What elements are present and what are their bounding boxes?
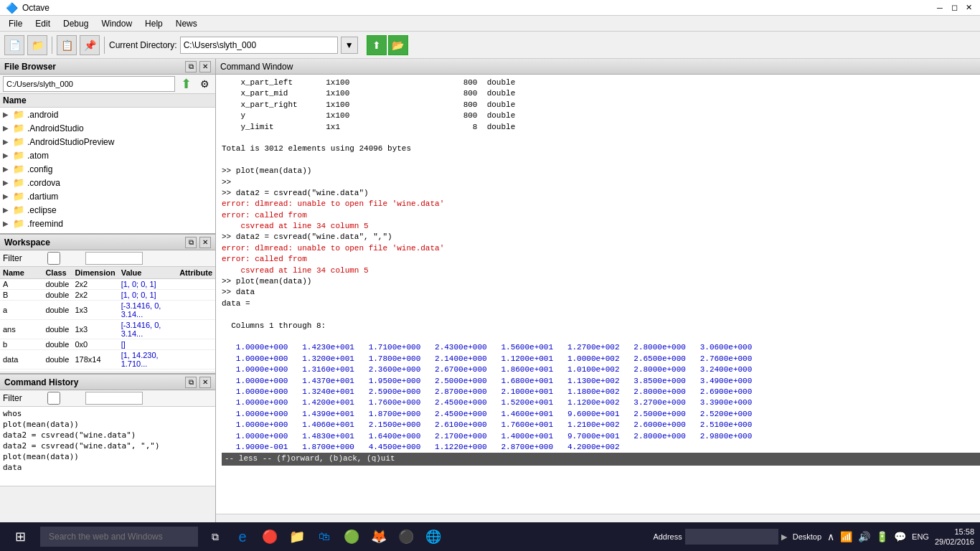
menu-window[interactable]: Window	[95, 17, 138, 30]
menu-debug[interactable]: Debug	[57, 17, 94, 30]
ws-filter-label: Filter	[3, 253, 22, 263]
fb-item-eclipse[interactable]: ▶ 📁 .eclipse	[0, 203, 215, 217]
close-button[interactable]: ✕	[963, 2, 974, 14]
app-icon-green[interactable]: 🟢	[340, 525, 363, 548]
ws-row-s[interactable]: sdouble1x5	[0, 369, 215, 372]
ch-undock-button[interactable]: ⧉	[185, 377, 197, 388]
folder-icon[interactable]: 📁	[286, 525, 308, 548]
new-file-button[interactable]: 📄	[4, 35, 24, 55]
ws-close-button[interactable]: ✕	[199, 237, 211, 248]
fb-item-name: .android	[27, 110, 58, 120]
chevron-icon[interactable]: ∧	[827, 531, 834, 542]
ch-item-plot1[interactable]: plot(mean(data))	[3, 419, 212, 430]
dir-dropdown-button[interactable]: ▼	[341, 37, 358, 54]
nav-browse-button[interactable]: 📂	[388, 35, 408, 55]
fb-up-button[interactable]: ⬆	[178, 76, 194, 92]
address-input[interactable]	[685, 529, 778, 545]
cmd-data-line: 1.9000e-001 1.8700e+000 4.4500e+000 1.12…	[222, 442, 980, 453]
fb-undock-button[interactable]: ⧉	[185, 61, 197, 72]
store-icon[interactable]: 🛍	[313, 525, 336, 548]
ch-list[interactable]: whos plot(mean(data)) data2 = csvread("w…	[0, 407, 215, 486]
ws-filter-checkbox[interactable]	[25, 252, 83, 265]
ch-close-button[interactable]: ✕	[199, 377, 211, 388]
cmd-error-line: error: called from	[222, 254, 980, 265]
fb-item-androidstudio[interactable]: ▶ 📁 .AndroidStudio	[0, 121, 215, 135]
folder-icon: 📁	[13, 191, 24, 202]
fb-column-header: Name	[0, 94, 215, 108]
cmd-data-line: 1.0000e+000 1.3200e+001 1.7800e+000 2.14…	[222, 354, 980, 364]
fb-item-freemind[interactable]: ▶ 📁 .freemind	[0, 217, 215, 230]
ws-row-A[interactable]: Adouble2x2[1, 0; 0, 1]	[0, 279, 215, 290]
fb-item-config[interactable]: ▶ 📁 .config	[0, 162, 215, 176]
ws-row-a[interactable]: adouble1x3[-3.1416, 0, 3.14...	[0, 301, 215, 320]
volume-icon[interactable]: 🔊	[858, 531, 870, 542]
expand-icon: ▶	[3, 165, 10, 173]
ie-icon[interactable]: 🌐	[422, 525, 445, 548]
taskbar-search-input[interactable]	[40, 527, 198, 547]
fb-settings-button[interactable]: ⚙	[197, 76, 212, 92]
ws-row-B[interactable]: Bdouble2x2[1, 0; 0, 1]	[0, 290, 215, 301]
ch-item-whos[interactable]: whos	[3, 408, 212, 419]
workspace-title: Workspace	[4, 237, 50, 248]
cmd-prompt-line: >> plot(mean(data))	[222, 276, 980, 287]
app-icon-circle[interactable]: ⚫	[395, 525, 418, 548]
fb-close-button[interactable]: ✕	[199, 61, 211, 72]
ws-undock-button[interactable]: ⧉	[185, 237, 197, 248]
ws-row-data[interactable]: datadouble178x14[1, 14.230, 1.710...	[0, 350, 215, 369]
ch-filter-label: Filter	[3, 393, 22, 403]
menu-edit[interactable]: Edit	[29, 17, 56, 30]
open-folder-button[interactable]: 📁	[27, 35, 47, 55]
fb-item-androidstudiopreview[interactable]: ▶ 📁 .AndroidStudioPreview	[0, 135, 215, 149]
fb-item-android[interactable]: ▶ 📁 .android	[0, 108, 215, 121]
ws-filter-input[interactable]	[85, 252, 143, 265]
fb-item-dartium[interactable]: ▶ 📁 .dartium	[0, 189, 215, 203]
expand-icon: ▶	[3, 151, 10, 159]
task-view-icon[interactable]: ⧉	[204, 525, 227, 548]
network-icon[interactable]: 📶	[840, 531, 852, 542]
cmd-output-line	[222, 309, 980, 320]
expand-icon: ▶	[3, 220, 10, 227]
fb-item-name: .eclipse	[27, 205, 57, 215]
expand-icon: ▶	[3, 138, 10, 146]
ws-row-ans[interactable]: ansdouble1x3[-3.1416, 0, 3.14...	[0, 320, 215, 339]
fb-path-input[interactable]	[3, 76, 175, 92]
fb-tree[interactable]: ▶ 📁 .android ▶ 📁 .AndroidStudio ▶ 📁 .And…	[0, 108, 215, 233]
start-button[interactable]: ⊞	[6, 522, 34, 551]
address-label: Address	[653, 532, 682, 541]
desktop-label[interactable]: Desktop	[793, 532, 821, 541]
menu-file[interactable]: File	[3, 17, 28, 30]
copy-button[interactable]: 📋	[57, 35, 77, 55]
notification-icon[interactable]: 💬	[894, 531, 906, 542]
menu-help[interactable]: Help	[139, 17, 169, 30]
browser-icon-red[interactable]: 🔴	[258, 525, 281, 548]
folder-icon: 📁	[13, 177, 24, 188]
octave-app-icon: 🔷	[6, 2, 18, 14]
ch-horizontal-scrollbar[interactable]	[0, 486, 215, 497]
nav-up-button[interactable]: ⬆	[367, 35, 387, 55]
ch-filter-checkbox[interactable]	[25, 392, 83, 405]
ch-item-plot2[interactable]: plot(mean(data))	[3, 451, 212, 462]
menu-news[interactable]: News	[170, 17, 203, 30]
ws-col-value: Value	[118, 267, 177, 279]
address-go-icon[interactable]: ▶	[781, 532, 787, 542]
browser-icon-fox[interactable]: 🦊	[367, 525, 390, 548]
taskbar-right-area: Address ▶ Desktop ∧ 📶 🔊 🔋 💬 ENG 15:58 29…	[653, 527, 974, 547]
command-history-title: Command History	[4, 377, 78, 387]
ch-item-data2-2[interactable]: data2 = csvread("wine.data", ",")	[3, 441, 212, 451]
fb-item-atom[interactable]: ▶ 📁 .atom	[0, 149, 215, 162]
ch-filter-input[interactable]	[85, 392, 143, 405]
edge-icon[interactable]: e	[231, 525, 254, 548]
current-dir-input[interactable]	[180, 37, 338, 54]
ws-col-class: Class	[42, 267, 72, 279]
battery-icon[interactable]: 🔋	[876, 531, 888, 542]
titlebar-left: 🔷 Octave	[6, 2, 50, 14]
minimize-button[interactable]: ─	[934, 2, 946, 14]
paste-button[interactable]: 📌	[80, 35, 100, 55]
ch-item-data2-1[interactable]: data2 = csvread("wine.data")	[3, 430, 212, 441]
ch-item-data[interactable]: data	[3, 462, 212, 473]
command-window-content[interactable]: x_part_left 1x100 800 double x_part_mid …	[216, 75, 980, 514]
fb-item-cordova[interactable]: ▶ 📁 .cordova	[0, 176, 215, 189]
maximize-button[interactable]: ◻	[948, 2, 960, 14]
ws-row-b[interactable]: bdouble0x0[]	[0, 339, 215, 350]
nav-icons: ⬆ 📂	[367, 35, 408, 55]
